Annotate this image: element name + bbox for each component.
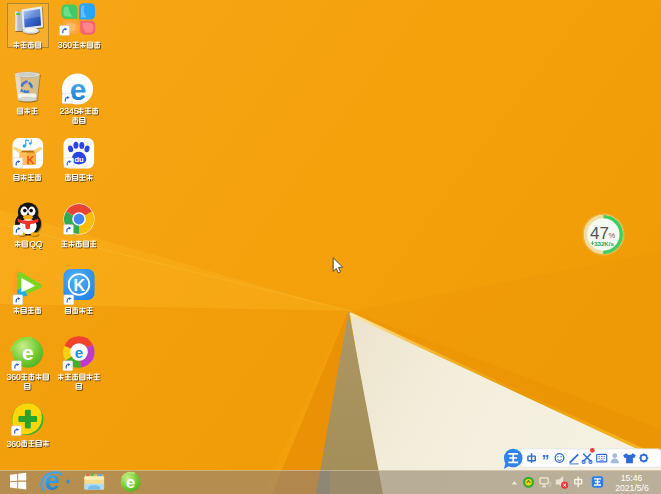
svg-text:332K/s: 332K/s: [594, 240, 614, 247]
svg-text:QQ: QQ: [29, 239, 43, 249]
svg-text:K: K: [73, 277, 85, 294]
svg-text:2345: 2345: [59, 106, 78, 116]
svg-text:360: 360: [58, 40, 73, 50]
svg-text:e: e: [75, 344, 83, 361]
svg-text:2021/5/6: 2021/5/6: [615, 483, 649, 493]
svg-text:du: du: [74, 155, 84, 164]
svg-text:”: ”: [542, 451, 550, 468]
svg-text:e: e: [44, 466, 59, 494]
svg-text:K: K: [27, 154, 35, 166]
svg-text:360: 360: [6, 372, 21, 382]
svg-text:e: e: [126, 473, 135, 491]
svg-text:e: e: [22, 341, 34, 364]
svg-text:360: 360: [6, 439, 21, 449]
